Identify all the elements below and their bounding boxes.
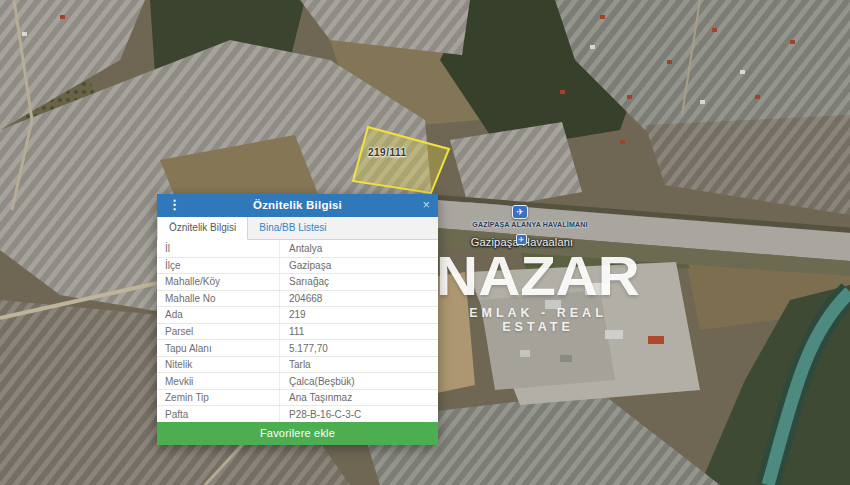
- dialog-header: ⋮ Öznitelik Bilgisi ×: [157, 194, 438, 217]
- row-label: İl: [157, 240, 280, 257]
- attribute-table: İl Antalya İlçe Gazipaşa Mahalle/Köy Sar…: [157, 240, 438, 422]
- table-row: İlçe Gazipaşa: [157, 257, 438, 274]
- row-label: Zemin Tip: [157, 390, 280, 406]
- map-viewport: 219/111 ✈ GAZİPAŞA ALANYA HAVALİMANI Gaz…: [0, 0, 850, 485]
- row-value: Gazipaşa: [280, 260, 438, 271]
- row-value: Sarıağaç: [280, 276, 438, 287]
- building-red-roof: [648, 336, 664, 344]
- airport-marker-icon[interactable]: ✈: [516, 234, 527, 245]
- table-row: Pafta P28-B-16-C-3-C: [157, 405, 438, 422]
- table-row: Zemin Tip Ana Taşınmaz: [157, 389, 438, 406]
- tab-bina-bb-listesi[interactable]: Bina/BB Listesi: [248, 217, 337, 239]
- table-row: Tapu Alanı 5.177,70: [157, 339, 438, 356]
- dialog-title: Öznitelik Bilgisi: [157, 194, 438, 217]
- dialog-tabs: Öznitelik Bilgisi Bina/BB Listesi: [157, 217, 438, 240]
- row-label: Nitelik: [157, 357, 280, 373]
- row-value: Tarla: [280, 359, 438, 370]
- row-label: İlçe: [157, 258, 280, 274]
- table-row: Mevkii Çalca(Beşbük): [157, 372, 438, 389]
- airport-caption: GAZİPAŞA ALANYA HAVALİMANI: [470, 221, 590, 228]
- building: [560, 355, 572, 362]
- row-label: Mahalle No: [157, 291, 280, 307]
- table-row: Mahalle No 204668: [157, 290, 438, 307]
- close-icon[interactable]: ×: [422, 194, 430, 217]
- table-row: Nitelik Tarla: [157, 356, 438, 373]
- row-value: 219: [280, 309, 438, 320]
- table-row: Ada 219: [157, 306, 438, 323]
- building: [605, 330, 623, 339]
- row-value: 5.177,70: [280, 343, 438, 354]
- table-row: İl Antalya: [157, 240, 438, 257]
- add-to-favorites-button[interactable]: Favorilere ekle: [157, 422, 438, 445]
- airplane-icon: ✈: [516, 207, 524, 217]
- row-value: 111: [280, 326, 438, 337]
- table-row: Parsel 111: [157, 323, 438, 340]
- row-value: Antalya: [280, 243, 438, 254]
- tab-oznitelik-bilgisi[interactable]: Öznitelik Bilgisi: [157, 216, 248, 240]
- airplane-icon: ✈: [519, 236, 525, 243]
- building: [545, 300, 561, 309]
- building: [520, 350, 530, 357]
- row-value: Ana Taşınmaz: [280, 392, 438, 403]
- row-value: Çalca(Beşbük): [280, 376, 438, 387]
- airport-icon[interactable]: ✈: [512, 205, 528, 219]
- table-row: Mahalle/Köy Sarıağaç: [157, 273, 438, 290]
- row-value: 204668: [280, 293, 438, 304]
- row-label: Pafta: [157, 406, 280, 422]
- row-label: Mevkii: [157, 373, 280, 389]
- row-label: Tapu Alanı: [157, 340, 280, 356]
- row-value: P28-B-16-C-3-C: [280, 409, 438, 420]
- row-label: Mahalle/Köy: [157, 274, 280, 290]
- attribute-info-dialog: ⋮ Öznitelik Bilgisi × Öznitelik Bilgisi …: [157, 194, 438, 445]
- row-label: Ada: [157, 307, 280, 323]
- parcel-label: 219/111: [368, 147, 407, 158]
- building: [585, 283, 609, 295]
- row-label: Parsel: [157, 324, 280, 340]
